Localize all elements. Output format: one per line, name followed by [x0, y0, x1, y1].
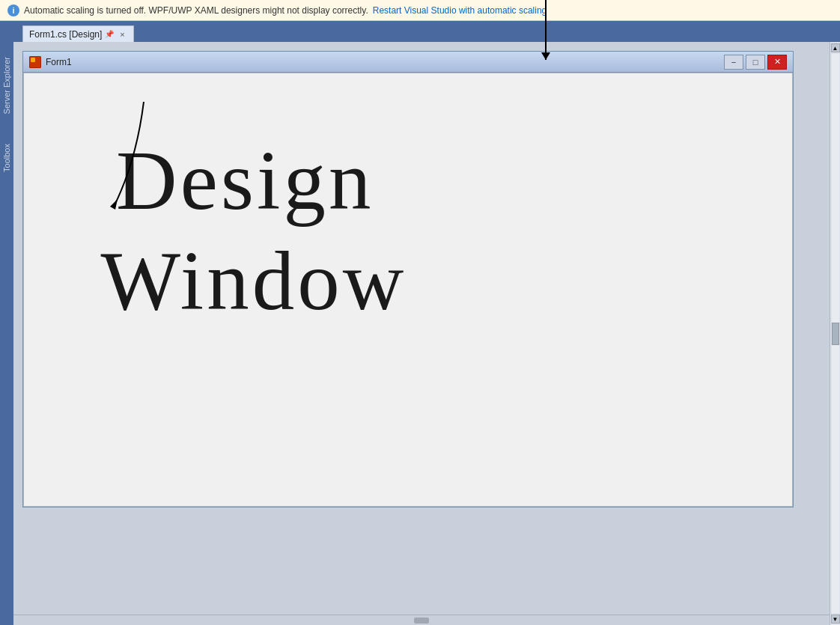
- form-close-button[interactable]: ✕: [767, 55, 787, 70]
- sidebar-item-toolbox[interactable]: Toolbox: [2, 144, 11, 172]
- form-title-text: Form1: [46, 57, 72, 67]
- tab-form1-design[interactable]: Form1.cs [Design] 📌 ×: [22, 25, 134, 42]
- form-restore-button[interactable]: □: [746, 55, 765, 70]
- tab-bar: Form1.cs [Design] 📌 ×: [0, 21, 840, 42]
- main-area: Server Explorer Toolbox Form1 − □ ✕: [0, 42, 840, 625]
- restart-vs-link[interactable]: Restart Visual Studio with automatic sca…: [373, 5, 547, 16]
- info-icon: i: [7, 4, 19, 16]
- scroll-up-arrow[interactable]: ▲: [831, 43, 840, 52]
- notification-message: Automatic scaling is turned off. WPF/UWP…: [24, 5, 368, 16]
- svg-text:Window: Window: [101, 234, 407, 327]
- arrow-annotation-top: [545, 0, 547, 60]
- form-content: Design Window: [23, 73, 793, 507]
- scroll-handle[interactable]: [832, 323, 839, 345]
- right-scrollbar[interactable]: ▲ ▼: [830, 42, 840, 625]
- form-title-left: Form1: [29, 56, 72, 68]
- tab-close-icon[interactable]: ×: [117, 29, 127, 40]
- tab-pin-icon[interactable]: 📌: [105, 30, 114, 38]
- form-window: Form1 − □ ✕ Design Window: [22, 51, 794, 507]
- svg-text:Design: Design: [116, 133, 374, 227]
- scroll-track: [832, 54, 839, 613]
- tab-label: Form1.cs [Design]: [29, 29, 102, 40]
- left-sidebar: Server Explorer Toolbox: [0, 42, 13, 625]
- form-window-controls: − □ ✕: [724, 55, 787, 70]
- horizontal-scroll-thumb[interactable]: [414, 618, 429, 624]
- scroll-down-arrow[interactable]: ▼: [831, 615, 840, 624]
- design-surface: Form1 − □ ✕ Design Window: [13, 42, 840, 625]
- design-window-svg: Design Window: [24, 73, 792, 506]
- form-app-icon: [29, 56, 41, 68]
- form-titlebar: Form1 − □ ✕: [23, 52, 793, 73]
- bottom-scrollbar[interactable]: [13, 615, 830, 625]
- notification-bar: i Automatic scaling is turned off. WPF/U…: [0, 0, 840, 21]
- form-minimize-button[interactable]: −: [724, 55, 743, 70]
- sidebar-item-server-explorer[interactable]: Server Explorer: [2, 57, 11, 114]
